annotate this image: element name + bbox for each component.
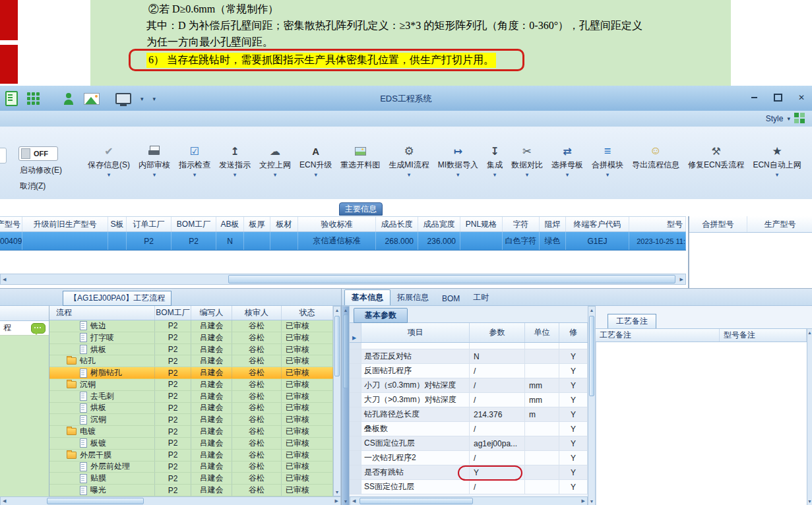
h-scrollbar-thumb[interactable] bbox=[228, 275, 675, 283]
repair-ecn-flow-button[interactable]: 修复ECN丢流程 bbox=[685, 142, 747, 172]
column-header[interactable]: 产型号 bbox=[0, 217, 22, 231]
ecn-auto-upload-button[interactable]: ECN自动上网 bbox=[749, 142, 804, 179]
column-header[interactable]: 项目 bbox=[361, 323, 470, 342]
chevron-down-icon[interactable] bbox=[314, 171, 317, 178]
param-row[interactable]: 小刀（≤0.3mm）对钻深度 / mm Y bbox=[350, 378, 588, 393]
tree-row[interactable]: 树脂钻孔 P2 吕建会 谷松 已审核 bbox=[49, 367, 333, 379]
chevron-down-icon[interactable] bbox=[606, 171, 609, 178]
tab-bom[interactable]: BOM bbox=[435, 292, 466, 305]
param-row[interactable]: 反面钻孔程序 / Y bbox=[350, 364, 588, 378]
column-header[interactable]: 编写人 bbox=[191, 306, 232, 320]
param-row[interactable]: 一次钻孔程序2 / Y bbox=[350, 451, 588, 465]
h-scrollbar-thumb[interactable] bbox=[359, 498, 473, 504]
column-header[interactable]: S板 bbox=[108, 217, 127, 231]
tree-row[interactable]: 烘板 P2 吕建会 谷松 已审核 bbox=[49, 403, 333, 415]
remarks-v-scrollbar[interactable] bbox=[807, 328, 812, 505]
tree-row[interactable]: 铣边 P2 吕建会 谷松 已审核 bbox=[49, 320, 333, 332]
column-header[interactable]: 合拼型号 bbox=[689, 216, 747, 232]
params-v-scrollbar[interactable] bbox=[588, 306, 596, 505]
tab-main-info[interactable]: 主要信息 bbox=[339, 202, 383, 216]
chevron-down-icon[interactable] bbox=[234, 171, 237, 178]
close-button[interactable] bbox=[792, 92, 811, 104]
tree-row[interactable]: 贴膜 P2 吕建会 谷松 已审核 bbox=[49, 473, 333, 485]
column-header[interactable]: 型号备注 bbox=[720, 329, 807, 342]
chevron-down-icon[interactable] bbox=[274, 171, 277, 178]
column-header[interactable]: 板厚 bbox=[244, 217, 270, 231]
param-row[interactable]: 大刀（>0.3mm）对钻深度 / mm Y bbox=[350, 393, 588, 407]
column-header[interactable]: 成品长度 bbox=[376, 217, 418, 231]
tree-row[interactable]: 钻孔 P2 吕建会 谷松 已审核 bbox=[49, 355, 333, 367]
start-modify-button[interactable]: 启动修改(E) bbox=[20, 165, 62, 176]
chevron-down-icon[interactable] bbox=[493, 171, 497, 178]
minimize-button[interactable] bbox=[745, 92, 763, 104]
column-header[interactable]: 终端客户代码 bbox=[566, 217, 629, 231]
v-scrollbar-thumb[interactable] bbox=[589, 316, 594, 396]
tree-row[interactable]: 板镀 P2 吕建会 谷松 已审核 bbox=[49, 438, 333, 450]
internal-audit-button[interactable]: 内部审核 bbox=[135, 142, 173, 179]
column-header[interactable]: 订单工厂 bbox=[127, 217, 172, 231]
column-header[interactable]: 单位 bbox=[525, 323, 559, 342]
column-header[interactable]: 修 bbox=[559, 323, 588, 342]
tab-work-hours[interactable]: 工时 bbox=[466, 290, 495, 305]
param-row[interactable]: SS面定位孔层 / Y bbox=[350, 480, 588, 494]
tree-row[interactable]: 烘板 P2 吕建会 谷松 已审核 bbox=[49, 344, 333, 356]
theme-grid-icon[interactable] bbox=[794, 113, 805, 124]
tree-row[interactable]: 沉铜 P2 吕建会 谷松 已审核 bbox=[49, 379, 333, 391]
v-scrollbar-thumb[interactable] bbox=[343, 314, 348, 388]
column-header[interactable]: 板材 bbox=[270, 217, 298, 231]
params-h-scrollbar[interactable] bbox=[350, 496, 588, 505]
chevron-down-icon[interactable] bbox=[776, 171, 779, 178]
tree-row[interactable]: 外层前处理 P2 吕建会 谷松 已审核 bbox=[49, 461, 333, 473]
send-instruction-button[interactable]: 发送指示 bbox=[216, 142, 254, 179]
generate-mi-flow-button[interactable]: 生成MI流程 bbox=[385, 142, 432, 179]
column-header[interactable]: 流程 bbox=[49, 306, 155, 320]
tab-process-remarks[interactable]: 工艺备注 bbox=[608, 314, 656, 329]
chevron-down-icon[interactable] bbox=[108, 171, 111, 178]
merge-module-button[interactable]: 合拼模块 bbox=[588, 142, 627, 179]
strip-row[interactable]: 程 bbox=[0, 321, 49, 336]
column-header[interactable]: 验收标准 bbox=[298, 217, 376, 231]
tree-row[interactable]: 沉铜 P2 吕建会 谷松 已审核 bbox=[49, 414, 333, 426]
tab-extended-info[interactable]: 拓展信息 bbox=[390, 290, 435, 305]
param-row[interactable]: 是否有跳钻 Y Y bbox=[350, 465, 588, 480]
column-header[interactable]: 参数 bbox=[470, 323, 525, 342]
remarks-content[interactable] bbox=[596, 342, 807, 505]
column-header[interactable]: 状态 bbox=[282, 306, 333, 320]
param-row[interactable]: 钻孔路径总长度 214.376 m Y bbox=[350, 407, 588, 422]
params-left-v-scrollbar[interactable] bbox=[342, 306, 350, 505]
column-header[interactable]: 型号 bbox=[629, 217, 686, 231]
tab-process-flow[interactable]: 【AG1EJ00PA0】工艺流程 bbox=[63, 291, 172, 306]
clipped-button[interactable] bbox=[0, 148, 7, 163]
v-scrollbar-thumb[interactable] bbox=[334, 316, 340, 376]
column-header[interactable]: 核审人 bbox=[232, 306, 282, 320]
chevron-down-icon[interactable] bbox=[456, 171, 460, 178]
column-header[interactable]: 生产型号 bbox=[747, 216, 812, 232]
instruction-check-button[interactable]: 指示检查 bbox=[175, 142, 214, 179]
chevron-down-icon[interactable] bbox=[526, 171, 529, 178]
param-row[interactable]: 叠板数 / Y bbox=[350, 422, 588, 436]
column-header[interactable]: AB板 bbox=[216, 217, 244, 231]
column-header[interactable]: 成品宽度 bbox=[418, 217, 460, 231]
tree-row[interactable]: 电镀 P2 吕建会 谷松 已审核 bbox=[49, 426, 333, 438]
mi-data-import-button[interactable]: MI数据导入 bbox=[435, 142, 482, 179]
data-compare-button[interactable]: 数据对比 bbox=[508, 142, 546, 179]
comment-bubble-icon[interactable] bbox=[31, 323, 46, 334]
column-header[interactable]: PNL规格 bbox=[460, 217, 503, 231]
integrate-button[interactable]: 集成 bbox=[484, 142, 506, 179]
tree-row[interactable]: 曝光 P2 吕建会 谷松 已审核 bbox=[49, 485, 333, 496]
maximize-button[interactable] bbox=[768, 92, 787, 104]
selected-grid-row[interactable]: 0040919 P2 P2 N 京信通信标准 268.000 236.000 白… bbox=[0, 232, 686, 251]
chevron-down-icon[interactable] bbox=[566, 171, 569, 178]
column-header[interactable]: BOM工厂 bbox=[172, 217, 216, 231]
tab-basic-params[interactable]: 基本参数 bbox=[354, 308, 408, 323]
tree-row[interactable]: 打字唛 P2 吕建会 谷松 已审核 bbox=[49, 332, 333, 344]
cancel-button[interactable]: 取消(Z) bbox=[20, 181, 46, 192]
modify-toggle[interactable]: OFF bbox=[18, 146, 58, 161]
save-info-button[interactable]: 保存信息(S) bbox=[84, 142, 133, 179]
column-header[interactable]: BOM工厂 bbox=[155, 306, 191, 320]
style-selector[interactable]: Style bbox=[766, 114, 784, 123]
column-header[interactable]: 工艺备注 bbox=[596, 329, 720, 342]
doc-control-upload-button[interactable]: 文控上网 bbox=[256, 142, 294, 179]
param-row[interactable] bbox=[350, 343, 588, 349]
chevron-down-icon[interactable] bbox=[408, 171, 411, 178]
